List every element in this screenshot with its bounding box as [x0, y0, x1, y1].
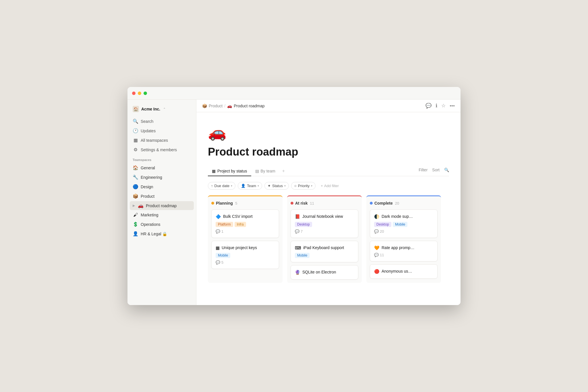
priority-icon: ○	[294, 184, 297, 188]
card-footer: 💬 11	[374, 253, 433, 257]
card-icon: 🧡	[374, 245, 380, 251]
tab-by-team[interactable]: ▤ By team	[251, 166, 279, 176]
card-icon: ▦	[216, 245, 220, 251]
card-title: Unique project keys	[222, 245, 257, 251]
card-title: Anonymous us…	[382, 269, 412, 274]
card-rate-app[interactable]: 🧡 Rate app promp… 💬 11	[370, 241, 438, 262]
card-ipad-keyboard[interactable]: ⌨ iPad Keyboard support Mobile	[291, 241, 358, 263]
wrench-icon: 🔧	[133, 174, 138, 180]
add-filter-button[interactable]: + Add filter	[318, 182, 342, 189]
col-count: 20	[395, 201, 399, 205]
card-title: Bulk CSV import	[223, 214, 253, 220]
grid-icon: ▦	[133, 137, 138, 143]
tag-mobile: Mobile	[393, 222, 407, 227]
card-tags: Desktop	[295, 222, 354, 227]
sidebar-item-design[interactable]: 🔵 Design	[130, 182, 194, 191]
col-count: 5	[235, 201, 237, 205]
breadcrumb-product: Product	[209, 104, 223, 108]
comment-icon[interactable]: 💬	[425, 103, 432, 109]
breadcrumb-section: 📦	[202, 104, 207, 108]
card-sqlite[interactable]: 🔮 SQLite on Electron	[291, 265, 358, 280]
card-icon: 📕	[295, 214, 300, 219]
comment-icon: 💬	[216, 229, 220, 234]
comment-icon: 💬	[216, 260, 220, 265]
workspace-item[interactable]: 🏠 Acme Inc. ⌃	[130, 104, 194, 114]
due-date-filter[interactable]: ↑ Due date ▾	[208, 182, 235, 190]
title-bar	[127, 87, 461, 100]
status-icon: ✦	[268, 184, 271, 188]
card-unique-project[interactable]: ▦ Unique project keys Mobile 💬 5	[211, 241, 279, 269]
col-header-complete: Complete 20	[370, 200, 438, 207]
kanban-board: Planning 5 🔷 Bulk CSV import Platform	[208, 195, 449, 289]
workspace-chevron-icon: ⌃	[163, 107, 166, 111]
sidebar-item-general[interactable]: 🏠 General	[130, 163, 194, 172]
page-title: Product roadmap	[208, 146, 449, 158]
card-tags: Mobile	[216, 253, 275, 258]
priority-filter[interactable]: ○ Priority ▾	[291, 182, 316, 190]
card-footer: 💬 7	[295, 229, 354, 234]
card-tags: Desktop Mobile	[374, 222, 433, 227]
sidebar-item-label: All teamspaces	[141, 138, 168, 143]
add-filter-label: Add filter	[324, 184, 339, 188]
more-icon[interactable]: •••	[450, 103, 455, 109]
status-filter[interactable]: ✦ Status ▾	[264, 182, 289, 190]
card-title-row: 🧡 Rate app promp…	[374, 245, 433, 251]
main-content: 📦 Product / 🚗 Product roadmap 💬 ℹ ☆ ••• …	[196, 100, 461, 305]
star-icon[interactable]: ☆	[441, 103, 446, 109]
minimize-button[interactable]	[138, 92, 141, 95]
operations-icon: 💲	[133, 222, 138, 227]
sort-button[interactable]: Sort	[432, 168, 440, 172]
chevron-down-icon: ▾	[284, 184, 286, 187]
fullscreen-button[interactable]	[144, 92, 147, 95]
card-footer: 💬 5	[216, 260, 275, 265]
card-icon: 🔮	[295, 270, 300, 275]
sidebar-item-engineering[interactable]: 🔧 Engineering	[130, 173, 194, 182]
sidebar-item-search[interactable]: 🔍 Search	[130, 117, 194, 126]
filter-bar: ↑ Due date ▾ 👤 Team ▾ ✦ Status ▾	[208, 182, 449, 190]
sidebar-item-operations[interactable]: 💲 Operations	[130, 220, 194, 229]
card-anonymous[interactable]: 🔴 Anonymous us…	[370, 264, 438, 279]
comment-icon: 💬	[374, 253, 379, 257]
filter-button[interactable]: Filter	[419, 168, 428, 172]
tag-infra: Infra	[235, 222, 246, 227]
gear-icon: ⚙	[133, 147, 138, 152]
car-icon: 🚗	[138, 203, 144, 208]
sidebar-item-marketing[interactable]: 🖌 Marketing	[130, 211, 194, 219]
team-label: Team	[247, 184, 256, 188]
card-footer: 💬 1	[216, 229, 275, 234]
card-title: Rate app promp…	[382, 245, 414, 251]
sidebar-item-all-teamspaces[interactable]: ▦ All teamspaces	[130, 136, 194, 145]
sidebar-item-updates[interactable]: 🕐 Updates	[130, 126, 194, 135]
sidebar-item-label: Search	[141, 119, 153, 124]
sidebar: 🏠 Acme Inc. ⌃ 🔍 Search 🕐 Updates ▦ All t…	[127, 100, 196, 305]
tag-mobile: Mobile	[295, 253, 310, 258]
breadcrumb: 📦 Product / 🚗 Product roadmap	[202, 104, 423, 108]
topbar: 📦 Product / 🚗 Product roadmap 💬 ℹ ☆ •••	[196, 100, 461, 112]
sidebar-item-product-roadmap[interactable]: ▶ 🚗 Product roadmap	[130, 201, 194, 210]
card-title-row: 📕 Journal Notebook view	[295, 214, 354, 220]
sidebar-item-settings[interactable]: ⚙ Settings & members	[130, 145, 194, 154]
card-bulk-csv[interactable]: 🔷 Bulk CSV import Platform Infra 💬 1	[211, 209, 279, 238]
card-journal[interactable]: 📕 Journal Notebook view Desktop 💬 7	[291, 209, 358, 238]
sidebar-item-label: Engineering	[141, 175, 162, 180]
card-dark-mode[interactable]: 🌓 Dark mode sup… Desktop Mobile 💬 20	[370, 209, 438, 238]
search-icon: 🔍	[133, 119, 138, 124]
chevron-down-icon: ▶	[133, 204, 135, 207]
sidebar-item-product[interactable]: 📦 Product	[130, 192, 194, 201]
close-button[interactable]	[132, 92, 136, 95]
col-title: Planning	[216, 201, 233, 205]
kanban-col-atrisk: At risk 11 📕 Journal Notebook view Deskt…	[287, 195, 362, 283]
tab-add-button[interactable]: +	[279, 166, 288, 176]
kanban-col-planning: Planning 5 🔷 Bulk CSV import Platform	[208, 195, 283, 283]
sidebar-item-hr-legal[interactable]: 👤 HR & Legal 🔒	[130, 229, 194, 238]
team-filter[interactable]: 👤 Team ▾	[238, 182, 262, 190]
due-date-label: Due date	[214, 184, 230, 188]
info-icon[interactable]: ℹ	[436, 103, 437, 109]
search-button[interactable]: 🔍	[444, 168, 449, 172]
page-content: 🚗 Product roadmap ▦ Project by status ▤ …	[196, 112, 461, 305]
sidebar-item-label: Settings & members	[141, 148, 177, 152]
card-tags: Mobile	[295, 253, 354, 258]
tab-project-by-status[interactable]: ▦ Project by status	[208, 166, 251, 176]
card-title-row: 🌓 Dark mode sup…	[374, 214, 433, 220]
col-status-dot	[211, 202, 214, 205]
